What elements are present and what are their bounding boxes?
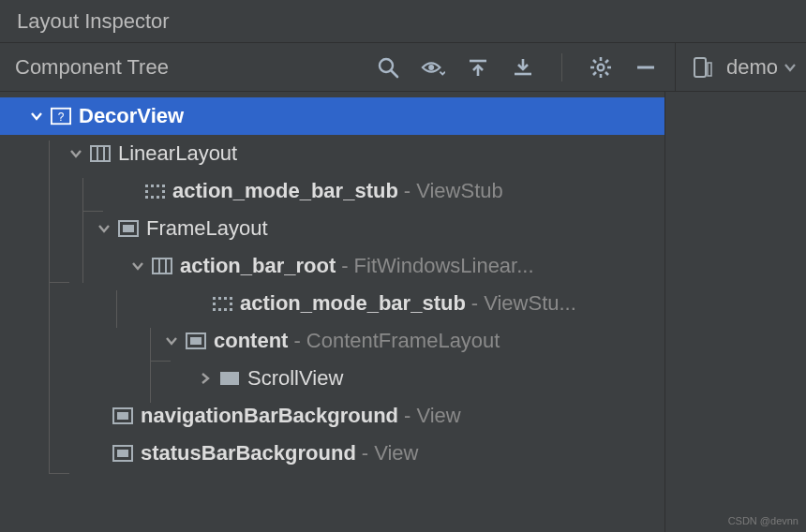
svg-rect-41 — [224, 297, 227, 300]
separator: - — [362, 441, 368, 466]
svg-rect-45 — [213, 308, 216, 311]
node-name: navigationBarBackground — [141, 404, 398, 428]
chevron-down-icon[interactable] — [66, 143, 86, 164]
device-selector[interactable]: demo — [693, 55, 797, 80]
svg-rect-36 — [153, 259, 172, 273]
svg-rect-26 — [157, 185, 159, 187]
svg-rect-24 — [145, 185, 148, 187]
linear-icon — [90, 143, 111, 164]
svg-line-14 — [593, 72, 596, 75]
gear-icon[interactable] — [589, 55, 613, 80]
minimize-icon[interactable] — [634, 55, 658, 80]
svg-rect-42 — [230, 297, 232, 300]
svg-rect-48 — [230, 308, 232, 311]
svg-rect-32 — [157, 196, 159, 199]
eye-icon[interactable] — [421, 55, 445, 80]
svg-text:?: ? — [58, 111, 65, 124]
phone-icon — [693, 57, 713, 78]
frame-icon — [112, 406, 133, 426]
svg-rect-46 — [218, 308, 221, 311]
frame-icon — [186, 331, 206, 351]
svg-rect-35 — [123, 225, 134, 232]
node-type: View — [416, 404, 460, 428]
node-name: LinearLayout — [118, 141, 237, 166]
toolbar-divider — [561, 53, 562, 81]
tree-row[interactable]: ScrollView — [0, 360, 664, 397]
node-type: ViewStub — [416, 179, 503, 203]
frame-icon — [112, 443, 133, 464]
chevron-down-icon[interactable] — [94, 218, 114, 239]
frame-icon — [118, 218, 139, 239]
toolbar-title: Component Tree — [15, 55, 169, 80]
svg-point-7 — [598, 64, 604, 70]
separator: - — [471, 291, 478, 316]
chevron-down-icon[interactable] — [161, 331, 182, 351]
chevron-down-icon — [784, 61, 797, 74]
tree-row[interactable]: statusBarBackground - View — [0, 435, 664, 472]
svg-rect-17 — [694, 58, 706, 77]
node-name: statusBarBackground — [141, 441, 356, 466]
collapse-all-icon[interactable] — [511, 55, 535, 80]
tree-row[interactable]: action_mode_bar_stub - ViewStu... — [0, 285, 664, 322]
svg-rect-47 — [224, 308, 227, 311]
svg-rect-44 — [230, 303, 232, 305]
node-name: action_mode_bar_stub — [172, 179, 398, 203]
node-name: DecorView — [79, 104, 184, 128]
expand-all-icon[interactable] — [466, 55, 490, 80]
tree-row[interactable]: content - ContentFrameLayout — [0, 322, 664, 360]
svg-point-2 — [428, 65, 434, 70]
node-type: ContentFrameLayout — [306, 329, 500, 353]
tree-row[interactable]: navigationBarBackground - View — [0, 397, 664, 435]
svg-rect-43 — [213, 303, 216, 305]
component-tree[interactable]: ?DecorViewLinearLayoutaction_mode_bar_st… — [0, 92, 665, 532]
separator: - — [404, 404, 410, 428]
node-name: FrameLayout — [146, 216, 268, 241]
decor-icon: ? — [51, 106, 71, 126]
separator: - — [341, 254, 348, 278]
chevron-down-icon[interactable] — [127, 256, 148, 276]
tree-row[interactable]: ?DecorView — [0, 97, 664, 135]
tree-row[interactable]: LinearLayout — [0, 135, 664, 172]
search-icon[interactable] — [376, 55, 400, 80]
svg-rect-55 — [117, 450, 128, 457]
svg-rect-25 — [151, 185, 154, 187]
node-type: FitWindowsLinear... — [354, 254, 534, 278]
node-name: ScrollView — [247, 366, 343, 391]
watermark: CSDN @devnn — [728, 515, 799, 526]
svg-rect-21 — [91, 146, 110, 161]
tree-row[interactable]: action_bar_root - FitWindowsLinear... — [0, 247, 664, 285]
tree-row[interactable]: FrameLayout — [0, 210, 664, 247]
solid-icon — [219, 368, 240, 389]
svg-rect-27 — [162, 185, 165, 187]
svg-rect-29 — [162, 190, 165, 193]
dots-icon — [144, 181, 165, 201]
dots-icon — [212, 293, 232, 314]
svg-rect-39 — [213, 297, 216, 300]
svg-line-13 — [605, 72, 608, 75]
svg-line-12 — [593, 60, 596, 63]
svg-rect-33 — [162, 196, 165, 199]
panel-header: Layout Inspector — [0, 0, 806, 43]
svg-rect-51 — [220, 372, 239, 385]
node-name: action_mode_bar_stub — [240, 291, 466, 316]
linear-icon — [152, 256, 172, 276]
tree-row[interactable]: action_mode_bar_stub - ViewStub — [0, 172, 664, 210]
separator: - — [404, 179, 410, 203]
svg-rect-28 — [145, 190, 148, 193]
svg-rect-30 — [145, 196, 148, 199]
panel-title: Layout Inspector — [17, 9, 170, 34]
svg-rect-40 — [218, 297, 221, 300]
node-name: action_bar_root — [180, 254, 336, 278]
separator: - — [293, 329, 300, 353]
chevron-right-icon[interactable] — [195, 368, 216, 389]
svg-rect-18 — [708, 63, 711, 76]
chevron-down-icon[interactable] — [26, 106, 47, 126]
svg-rect-53 — [117, 412, 128, 420]
svg-rect-50 — [190, 337, 202, 345]
svg-line-1 — [391, 70, 397, 77]
node-name: content — [214, 329, 288, 353]
svg-line-15 — [605, 60, 608, 63]
node-type: View — [374, 441, 418, 466]
svg-rect-31 — [151, 196, 154, 199]
toolbar: Component Tree demo — [0, 43, 806, 92]
